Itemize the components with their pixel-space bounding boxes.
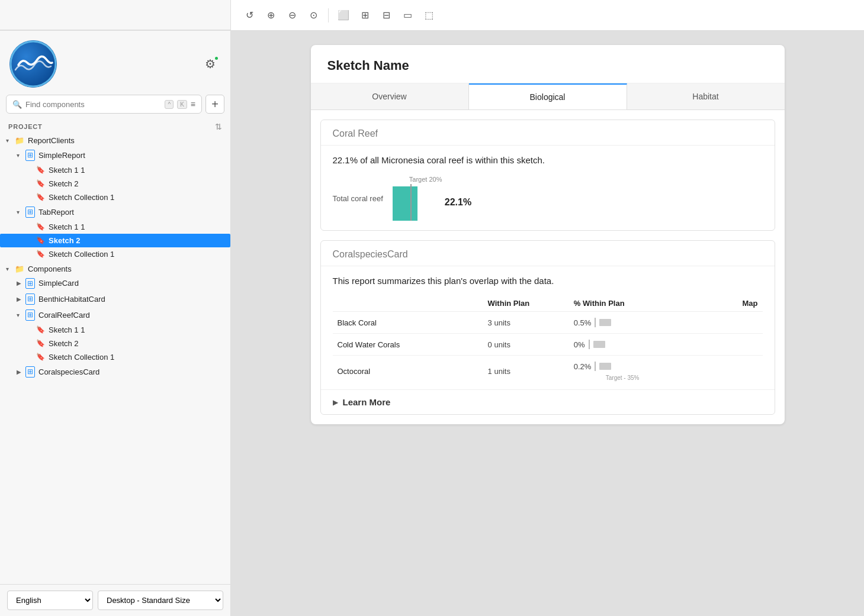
sidebar-item-label: Sketch 2 [49, 179, 79, 188]
sidebar-item-label: TabReport [38, 208, 74, 217]
species-percent: 0.5% [569, 312, 698, 334]
sidebar-item-simplereport[interactable]: ▾ ⊞ SimpleReport [0, 147, 230, 163]
species-within: 0 units [483, 334, 569, 356]
sketch-icon: 🔖 [36, 166, 45, 174]
sidebar-item-sketchcoll1c[interactable]: 🔖 Sketch Collection 1 [0, 350, 230, 364]
learn-more-label: Learn More [343, 397, 391, 407]
shortcut-1: ^ [165, 100, 174, 109]
zoom-reset-icon[interactable]: ⊙ [304, 7, 322, 24]
table-row: Cold Water Corals 0 units 0% [333, 334, 763, 356]
sidebar-item-coralreefcard[interactable]: ▾ ⊞ CoralReefCard [0, 307, 230, 323]
sidebar-item-sketchcoll1a[interactable]: 🔖 Sketch Collection 1 [0, 191, 230, 204]
species-map [698, 312, 763, 334]
sidebar: ⚙ 🔍 ^ K ≡ + PROJECT ⇅ [0, 31, 231, 616]
sketch-icon: 🔖 [36, 325, 45, 334]
sketch-icon: 🔖 [36, 222, 45, 231]
coral-reef-section: Coral Reef 22.1% of all Micronesia coral… [320, 120, 775, 231]
logo-wave-icon [9, 40, 57, 88]
sidebar-item-label: Sketch Collection 1 [49, 250, 114, 259]
species-within: 3 units [483, 312, 569, 334]
sidebar-item-sketch2a[interactable]: 🔖 Sketch 2 [0, 177, 230, 191]
table-row: Black Coral 3 units 0.5% [333, 312, 763, 334]
sidebar-item-sketch2b[interactable]: 🔖 Sketch 2 [0, 234, 230, 247]
logo-area: ⚙ [0, 31, 230, 95]
species-percent: 0% [569, 334, 698, 356]
species-map [698, 334, 763, 356]
table-row: Octocoral 1 units 0.2% [333, 356, 763, 388]
add-button[interactable]: + [205, 95, 224, 114]
frame-icon-4[interactable]: ▭ [399, 7, 416, 24]
filter-icon[interactable]: ≡ [191, 99, 195, 109]
coral-species-table: Within Plan % Within Plan Map Black Cora… [333, 295, 763, 387]
sidebar-item-tabreport[interactable]: ▾ ⊞ TabReport [0, 204, 230, 220]
bar-label: Total coral reef [333, 194, 383, 203]
zoom-in-icon[interactable]: ⊕ [262, 7, 280, 24]
species-name: Cold Water Corals [333, 334, 483, 356]
component-icon: ⊞ [25, 309, 35, 321]
sidebar-item-label: CoralspeciesCard [38, 367, 99, 376]
sidebar-item-sketch11c[interactable]: 🔖 Sketch 1 1 [0, 323, 230, 337]
coral-species-section: CoralspeciesCard This report summarizes … [320, 240, 775, 415]
species-name: Octocoral [333, 356, 483, 388]
coral-reef-body: 22.1% of all Micronesia coral reef is wi… [321, 146, 775, 230]
sidebar-item-components[interactable]: ▾ 📁 Components [0, 261, 230, 276]
triangle-icon: ▶ [333, 398, 338, 407]
col-map-header: Map [698, 295, 763, 312]
sketch-icon: 🔖 [36, 179, 45, 188]
coral-reef-header: Coral Reef [321, 120, 775, 146]
coral-species-body: This report summarizes this plan's overl… [321, 266, 775, 389]
sort-icon[interactable]: ⇅ [215, 122, 222, 131]
sidebar-item-label: Sketch Collection 1 [49, 353, 114, 362]
coral-species-description: This report summarizes this plan's overl… [333, 276, 763, 286]
sidebar-item-label: Sketch 2 [49, 339, 79, 348]
search-bar[interactable]: 🔍 ^ K ≡ [6, 95, 202, 114]
sidebar-item-reportclients[interactable]: ▾ 📁 ReportClients [0, 134, 230, 147]
sidebar-item-label: Sketch 1 1 [49, 222, 85, 231]
sidebar-item-simplecard[interactable]: ▶ ⊞ SimpleCard [0, 276, 230, 292]
project-section-header: PROJECT ⇅ [0, 118, 230, 134]
species-within: 1 units [483, 356, 569, 388]
sidebar-item-sketchcoll1b[interactable]: 🔖 Sketch Collection 1 [0, 247, 230, 261]
bar-value: 22.1% [445, 184, 471, 221]
content-area: Sketch Name Overview Biological Habitat … [231, 31, 864, 616]
tab-habitat[interactable]: Habitat [627, 83, 785, 109]
refresh-icon[interactable]: ↺ [240, 7, 258, 24]
component-icon: ⊞ [25, 207, 35, 218]
sidebar-item-coralspecies[interactable]: ▶ ⊞ CoralspeciesCard [0, 364, 230, 380]
species-percent: 0.2% Target - 35% [569, 356, 698, 388]
sidebar-item-label: SimpleReport [38, 151, 85, 160]
sketch-icon: 🔖 [36, 353, 45, 361]
search-input[interactable] [25, 100, 161, 109]
frame-icon-1[interactable]: ⬜ [335, 7, 352, 24]
learn-more-row[interactable]: ▶ Learn More [321, 389, 775, 414]
col-name-header [333, 295, 483, 312]
gear-dot [214, 56, 219, 61]
sidebar-item-label: CoralReefCard [38, 311, 90, 320]
search-icon: 🔍 [12, 100, 22, 109]
size-select[interactable]: Desktop - Standard Size Mobile Tablet [98, 591, 223, 610]
language-select[interactable]: English Spanish French [7, 591, 93, 610]
sidebar-item-benthic[interactable]: ▶ ⊞ BenthicHabitatCard [0, 291, 230, 307]
frame-icon-5[interactable]: ⬚ [420, 7, 438, 24]
zoom-out-icon[interactable]: ⊖ [283, 7, 301, 24]
folder-icon: 📁 [15, 136, 24, 145]
app-logo [9, 40, 57, 88]
sketch-icon: 🔖 [36, 193, 45, 201]
component-icon: ⊞ [25, 278, 35, 289]
target-line [410, 184, 412, 221]
sidebar-item-sketch11a[interactable]: 🔖 Sketch 1 1 [0, 163, 230, 177]
sidebar-item-sketch11b[interactable]: 🔖 Sketch 1 1 [0, 220, 230, 234]
sketch-icon: 🔖 [36, 339, 45, 347]
frame-icon-2[interactable]: ⊞ [356, 7, 374, 24]
sidebar-item-label: Sketch Collection 1 [49, 193, 114, 202]
frame-icon-3[interactable]: ⊟ [377, 7, 395, 24]
sidebar-item-sketch2c[interactable]: 🔖 Sketch 2 [0, 337, 230, 350]
col-percent-header: % Within Plan [569, 295, 698, 312]
sidebar-item-label: SimpleCard [38, 279, 79, 288]
tab-overview[interactable]: Overview [311, 83, 469, 109]
component-icon: ⊞ [25, 294, 35, 305]
tab-biological[interactable]: Biological [469, 83, 627, 109]
gear-button[interactable]: ⚙ [200, 53, 221, 75]
component-icon: ⊞ [25, 366, 35, 378]
shortcut-2: K [177, 100, 187, 109]
